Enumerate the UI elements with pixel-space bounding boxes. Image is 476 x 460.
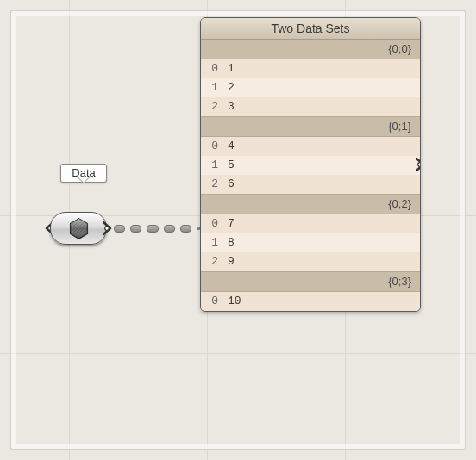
data-component[interactable]: Data [50,212,107,245]
row-value: 6 [222,175,420,194]
list-item[interactable]: 23 [201,97,420,116]
list-item[interactable]: 010 [201,292,420,311]
row-value: 5 [222,156,420,175]
branch-path: {0;1} [201,116,420,137]
panel-body: {0;0}011223{0;1}041526{0;2}071829{0;3}01… [201,40,420,311]
row-index: 2 [201,252,222,271]
branch-path: {0;2} [201,194,420,214]
tooltip-label: Data [60,164,107,183]
row-index: 1 [201,156,222,175]
row-index: 2 [201,175,222,194]
list-item[interactable]: 29 [201,252,420,271]
row-value: 10 [222,292,420,311]
branch-path: {0;3} [201,271,420,292]
row-value: 3 [222,97,420,116]
row-index: 2 [201,97,222,116]
row-index: 0 [201,292,222,311]
row-value: 9 [222,252,420,271]
row-index: 0 [201,214,222,233]
row-index: 1 [201,78,222,97]
svg-point-4 [105,227,110,231]
list-item[interactable]: 15 [201,156,420,175]
list-item[interactable]: 01 [201,59,420,78]
row-value: 1 [222,59,420,78]
row-index: 0 [201,137,222,156]
row-value: 4 [222,137,420,156]
list-item[interactable]: 18 [201,233,420,252]
panel[interactable]: Two Data Sets {0;0}011223{0;1}041526{0;2… [200,17,421,312]
row-value: 8 [222,233,420,252]
svg-point-5 [418,163,421,167]
component-capsule[interactable] [50,212,107,245]
row-index: 0 [201,59,222,78]
list-item[interactable]: 04 [201,137,420,156]
list-item[interactable]: 07 [201,214,420,233]
panel-title: Two Data Sets [201,18,420,40]
list-item[interactable]: 26 [201,175,420,194]
list-item[interactable]: 12 [201,78,420,97]
branch-path: {0;0} [201,40,420,59]
panel-output-grip[interactable] [416,157,421,176]
tooltip-text: Data [72,166,95,179]
row-index: 1 [201,233,222,252]
row-value: 7 [222,214,420,233]
wire [102,222,204,234]
output-grip[interactable] [103,212,115,245]
canvas[interactable]: Data [0,0,476,460]
hexagon-icon [67,217,91,240]
row-value: 2 [222,78,420,97]
